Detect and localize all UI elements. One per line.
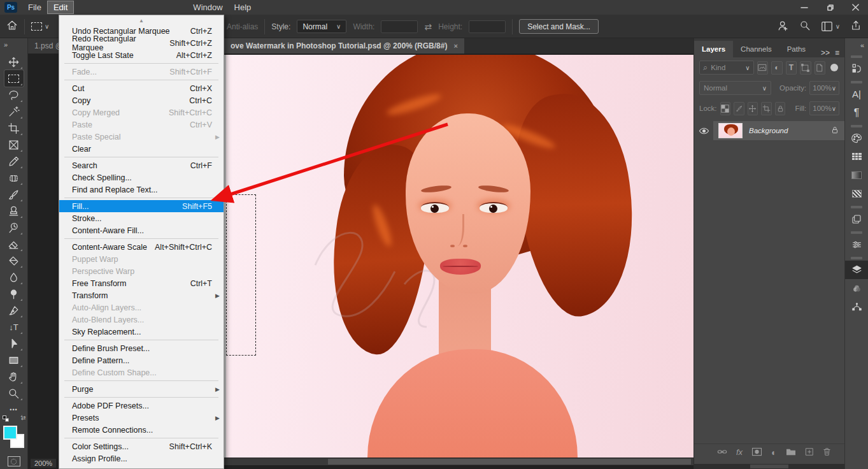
layer-visibility-toggle[interactable]: [694, 126, 713, 136]
delete-layer-icon[interactable]: [823, 447, 831, 458]
menu-item-color-settings[interactable]: Color Settings...Shift+Ctrl+K: [59, 440, 224, 452]
zoom-level-status[interactable]: 200%: [31, 459, 56, 468]
restore-button[interactable]: [817, 0, 843, 15]
lock-all-icon[interactable]: [775, 102, 786, 115]
tab-layers[interactable]: Layers: [694, 41, 733, 57]
menu-item-check-spelling[interactable]: Check Spelling...: [59, 171, 224, 184]
eraser-tool[interactable]: [4, 236, 24, 252]
dodge-tool[interactable]: [4, 285, 24, 302]
layers-panel-icon[interactable]: [845, 261, 868, 279]
workspace-switcher[interactable]: ∨: [821, 21, 840, 32]
zoom-tool[interactable]: [4, 385, 24, 401]
healing-brush-tool[interactable]: [4, 170, 24, 186]
crop-tool[interactable]: [4, 120, 24, 136]
menu-item-presets[interactable]: Presets▶: [59, 412, 224, 424]
selection-marquee[interactable]: [226, 194, 256, 356]
minimize-button[interactable]: [792, 0, 817, 15]
layer-row-background[interactable]: Background: [694, 121, 844, 140]
scrollbar-thumb[interactable]: [328, 459, 691, 465]
canvas[interactable]: [224, 55, 694, 458]
panel-menu-icon[interactable]: ≡: [835, 48, 839, 57]
horizontal-scrollbar[interactable]: [224, 458, 694, 465]
foreground-color-swatch[interactable]: [3, 426, 17, 440]
clone-stamp-tool[interactable]: [4, 203, 24, 219]
menu-item-content-aware-fill[interactable]: Content-Aware Fill...: [59, 224, 224, 236]
panel-expand-icon[interactable]: >>: [821, 48, 830, 57]
swatches-panel-icon[interactable]: [845, 147, 868, 166]
history-panel-icon[interactable]: [845, 59, 868, 78]
menu-help[interactable]: Help: [229, 1, 257, 13]
gradients-panel-icon[interactable]: [845, 166, 868, 184]
menu-scroll-up-icon[interactable]: ▲: [59, 17, 224, 25]
toolbar-collapse-icon[interactable]: »: [0, 38, 27, 54]
filter-smart-objects-icon[interactable]: [815, 61, 825, 75]
adjustment-layer-icon[interactable]: ◐: [771, 447, 776, 458]
swap-dimensions-icon[interactable]: ⇄: [424, 22, 432, 32]
blend-mode-dropdown[interactable]: Normal ∨: [699, 81, 771, 95]
menu-item-define-brush-preset[interactable]: Define Brush Preset...: [59, 342, 224, 354]
pen-tool[interactable]: [4, 302, 24, 319]
style-dropdown[interactable]: Normal ∨: [297, 20, 346, 33]
character-panel-icon[interactable]: A|: [845, 85, 868, 103]
menu-item-content-aware-scale[interactable]: Content-Aware ScaleAlt+Shift+Ctrl+C: [59, 241, 224, 253]
libraries-panel-icon[interactable]: [845, 210, 868, 228]
menu-item-assign-profile[interactable]: Assign Profile...: [59, 452, 224, 465]
search-icon[interactable]: [799, 20, 811, 33]
opacity-value-box[interactable]: 100% ∨: [809, 81, 839, 95]
menu-item-free-transform[interactable]: Free TransformCtrl+T: [59, 277, 224, 289]
layer-lock-icon[interactable]: [830, 126, 839, 136]
hand-tool[interactable]: [4, 368, 24, 385]
collapse-dock-icon[interactable]: «: [845, 38, 868, 52]
fill-value-box[interactable]: 100% ∨: [809, 101, 839, 115]
path-selection-tool[interactable]: [4, 335, 24, 352]
rectangle-tool[interactable]: [4, 352, 24, 368]
filter-type-layers-icon[interactable]: T: [786, 61, 797, 75]
lock-pixels-icon[interactable]: [734, 102, 744, 115]
quick-mask-button[interactable]: [8, 456, 20, 466]
width-field[interactable]: [381, 20, 418, 33]
share-for-review-icon[interactable]: [777, 20, 789, 34]
new-layer-icon[interactable]: [805, 447, 814, 458]
tool-preset-picker[interactable]: ∨: [31, 22, 49, 31]
patterns-panel-icon[interactable]: [845, 184, 868, 203]
lock-transparency-icon[interactable]: [720, 102, 731, 115]
menu-item-remote-connections[interactable]: Remote Connections...: [59, 424, 224, 436]
filter-toggle-pin-icon[interactable]: [829, 61, 839, 75]
panel-bottom-scrollbar[interactable]: [694, 464, 844, 469]
menu-item-copy[interactable]: CopyCtrl+C: [59, 94, 224, 106]
link-layers-icon[interactable]: [717, 447, 727, 458]
type-tool[interactable]: ↓T: [4, 319, 24, 335]
new-group-icon[interactable]: [786, 447, 796, 457]
tab-channels[interactable]: Channels: [733, 41, 779, 57]
kind-filter-dropdown[interactable]: ⌕ Kind ∨: [699, 61, 754, 75]
color-panel-icon[interactable]: [845, 129, 868, 147]
home-icon[interactable]: [6, 20, 18, 33]
object-selection-tool[interactable]: [4, 103, 24, 120]
tab-document-active[interactable]: ove Watermark in Photoshop Tutorial.psd …: [224, 38, 464, 54]
lock-position-icon[interactable]: [748, 102, 758, 115]
menu-item-redo[interactable]: Redo Rectangular MarqueeShift+Ctrl+Z: [59, 37, 224, 49]
menu-item-purge[interactable]: Purge▶: [59, 383, 224, 395]
height-field[interactable]: [469, 20, 506, 33]
filter-pixel-layers-icon[interactable]: [757, 61, 768, 75]
scrollbar-thumb[interactable]: [750, 465, 788, 468]
lock-artboard-icon[interactable]: [761, 102, 772, 115]
frame-tool[interactable]: [4, 136, 24, 153]
blur-tool[interactable]: [4, 269, 24, 285]
layer-name[interactable]: Background: [749, 127, 788, 134]
menu-item-transform[interactable]: Transform▶: [59, 289, 224, 301]
menu-item-adobe-pdf-presets[interactable]: Adobe PDF Presets...: [59, 400, 224, 412]
move-tool[interactable]: [4, 54, 24, 70]
menu-item-cut[interactable]: CutCtrl+X: [59, 82, 224, 94]
swap-colors-icon[interactable]: ⇄: [21, 415, 26, 421]
layer-thumbnail[interactable]: [718, 123, 743, 138]
menu-file[interactable]: File: [22, 1, 47, 13]
adjustments-panel-icon[interactable]: [845, 235, 868, 254]
gradient-tool[interactable]: [4, 252, 24, 269]
paths-panel-icon[interactable]: [845, 298, 868, 316]
menu-item-sky-replacement[interactable]: Sky Replacement...: [59, 326, 224, 338]
menu-item-define-pattern[interactable]: Define Pattern...: [59, 354, 224, 366]
close-button[interactable]: [843, 0, 868, 15]
tab-paths[interactable]: Paths: [779, 41, 813, 57]
filter-shape-layers-icon[interactable]: [800, 61, 811, 75]
